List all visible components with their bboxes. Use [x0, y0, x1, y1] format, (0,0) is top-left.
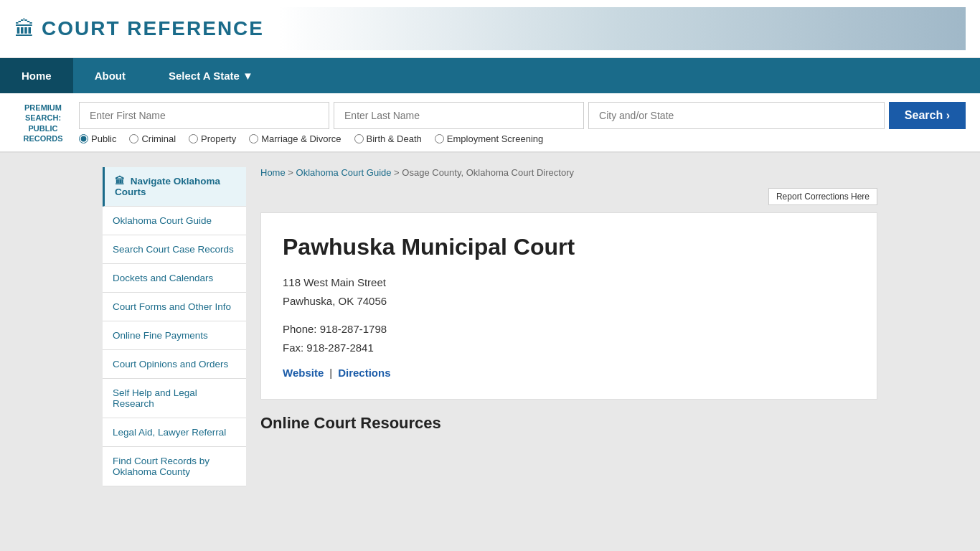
radio-public[interactable]: Public [79, 133, 116, 144]
search-input-row: Search › [79, 102, 966, 129]
breadcrumb-guide[interactable]: Oklahoma Court Guide [296, 167, 392, 178]
sidebar-item-search-court-case-records[interactable]: Search Court Case Records [103, 235, 246, 264]
last-name-input[interactable] [334, 102, 584, 129]
court-address-line2: Pawhuska, OK 74056 [283, 295, 387, 307]
sidebar-item-court-forms-and-other-info[interactable]: Court Forms and Other Info [103, 293, 246, 321]
nav-about[interactable]: About [73, 58, 147, 93]
court-website-link[interactable]: Website [283, 367, 324, 379]
logo-icon: 🏛 [14, 17, 34, 41]
radio-birth-death[interactable]: Birth & Death [354, 133, 422, 144]
sidebar-item-dockets-and-calendars[interactable]: Dockets and Calendars [103, 264, 246, 293]
court-address: 118 West Main Street Pawhuska, OK 74056 [283, 273, 855, 310]
content-area: Home > Oklahoma Court Guide > Osage Coun… [260, 167, 877, 486]
breadcrumb-home[interactable]: Home [260, 167, 286, 178]
main-container: 🏛 Navigate Oklahoma Courts Oklahoma Cour… [95, 153, 885, 501]
link-separator: | [329, 367, 332, 379]
online-resources-title: Online Court Resources [260, 414, 877, 433]
court-address-line1: 118 West Main Street [283, 276, 386, 288]
site-header: 🏛 COURT REFERENCE [0, 0, 980, 58]
logo[interactable]: 🏛 COURT REFERENCE [14, 17, 264, 41]
sidebar-item-find-court-records[interactable]: Find Court Records by Oklahoma County [103, 447, 246, 486]
breadcrumb: Home > Oklahoma Court Guide > Osage Coun… [260, 167, 877, 178]
radio-property[interactable]: Property [189, 133, 236, 144]
sidebar-item-oklahoma-court-guide[interactable]: Oklahoma Court Guide [103, 207, 246, 235]
court-directions-link[interactable]: Directions [338, 367, 390, 379]
header-decorative-image [278, 7, 966, 50]
court-phone: Phone: 918-287-1798 [283, 323, 387, 335]
search-form: Search › Public Criminal Property Marria… [79, 102, 966, 144]
court-fax: Fax: 918-287-2841 [283, 342, 374, 354]
main-nav: Home About Select A State ▼ [0, 58, 980, 93]
sidebar-item-navigate-oklahoma-courts[interactable]: 🏛 Navigate Oklahoma Courts [103, 167, 246, 207]
radio-marriage-divorce[interactable]: Marriage & Divorce [249, 133, 341, 144]
first-name-input[interactable] [79, 102, 329, 129]
premium-label: PREMIUM SEARCH: PUBLIC RECORDS [14, 103, 72, 143]
nav-home[interactable]: Home [0, 58, 73, 93]
sidebar-item-self-help-and-legal-research[interactable]: Self Help and Legal Research [103, 379, 246, 418]
breadcrumb-current: Osage County, Oklahoma Court Directory [402, 167, 574, 178]
nav-select-state[interactable]: Select A State ▼ [147, 58, 275, 93]
court-name: Pawhuska Municipal Court [283, 233, 855, 260]
breadcrumb-row: Home > Oklahoma Court Guide > Osage Coun… [260, 167, 877, 212]
sidebar: 🏛 Navigate Oklahoma Courts Oklahoma Cour… [103, 167, 246, 486]
logo-text: COURT REFERENCE [42, 17, 264, 40]
court-links: Website | Directions [283, 367, 855, 379]
columns-icon: 🏛 [115, 176, 128, 187]
court-card: Pawhuska Municipal Court 118 West Main S… [260, 212, 877, 400]
sidebar-item-legal-aid-lawyer-referral[interactable]: Legal Aid, Lawyer Referral [103, 418, 246, 447]
radio-criminal[interactable]: Criminal [129, 133, 176, 144]
sidebar-item-online-fine-payments[interactable]: Online Fine Payments [103, 321, 246, 350]
city-input[interactable] [588, 102, 885, 129]
radio-employment-screening[interactable]: Employment Screening [435, 133, 543, 144]
search-type-row: Public Criminal Property Marriage & Divo… [79, 133, 966, 144]
court-phone-fax: Phone: 918-287-1798 Fax: 918-287-2841 [283, 320, 855, 357]
search-section: PREMIUM SEARCH: PUBLIC RECORDS Search › … [0, 93, 980, 153]
sidebar-item-court-opinions-and-orders[interactable]: Court Opinions and Orders [103, 350, 246, 379]
report-corrections-button[interactable]: Report Corrections Here [768, 188, 877, 205]
search-button[interactable]: Search › [889, 102, 966, 129]
